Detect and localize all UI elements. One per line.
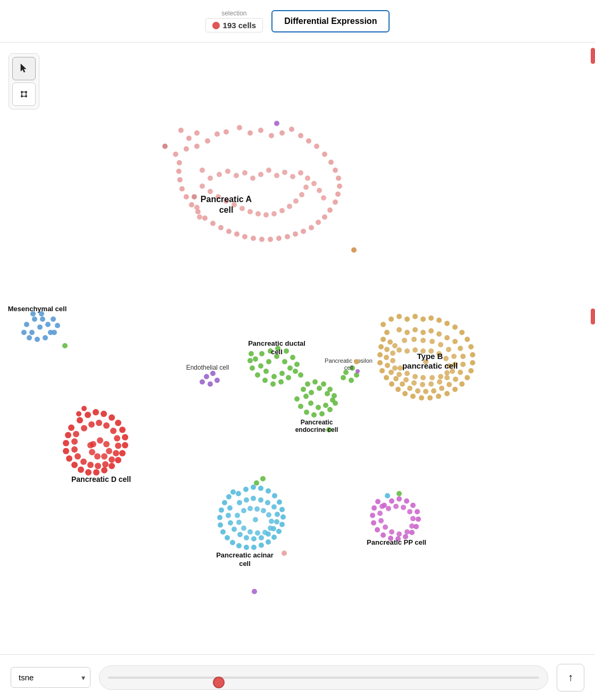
svg-point-236 [451, 354, 457, 359]
svg-point-317 [243, 487, 249, 492]
svg-point-394 [371, 505, 377, 511]
svg-point-361 [247, 506, 253, 511]
svg-point-245 [396, 372, 402, 377]
svg-point-397 [393, 504, 399, 509]
svg-point-356 [232, 527, 237, 532]
svg-point-163 [327, 407, 333, 412]
svg-point-267 [77, 417, 83, 423]
svg-point-312 [89, 449, 95, 455]
svg-point-73 [317, 188, 322, 193]
svg-point-68 [282, 170, 287, 175]
svg-point-362 [254, 506, 260, 512]
svg-point-278 [109, 463, 115, 469]
scatter-canvas[interactable]: Pancreatic A cell Mesenchymal cell [0, 43, 595, 654]
selection-count-box: 193 cells [205, 18, 263, 32]
svg-point-377 [252, 589, 257, 594]
svg-point-11 [162, 144, 168, 149]
svg-point-275 [122, 442, 128, 448]
svg-point-26 [314, 144, 319, 149]
svg-point-52 [189, 202, 194, 207]
svg-point-63 [242, 170, 247, 176]
svg-point-390 [381, 532, 386, 538]
svg-point-12 [173, 152, 178, 157]
svg-point-347 [271, 504, 277, 510]
svg-point-320 [266, 488, 271, 494]
size-slider-wrapper[interactable] [99, 665, 548, 690]
svg-point-371 [236, 520, 242, 525]
tsne-select-wrapper[interactable]: tsne umap pca ▾ [11, 667, 90, 688]
svg-point-334 [225, 535, 230, 540]
cluster-pancreatic-d: Pancreatic D cell [63, 406, 131, 484]
svg-point-326 [276, 529, 282, 534]
svg-point-313 [87, 442, 94, 448]
upload-button[interactable]: ↑ [557, 664, 584, 691]
svg-point-340 [226, 494, 232, 499]
cell-size-slider[interactable] [108, 677, 539, 679]
svg-point-261 [420, 375, 426, 380]
svg-point-405 [383, 524, 388, 530]
tsne-select[interactable]: tsne umap pca [11, 667, 90, 688]
svg-point-10 [194, 130, 200, 136]
scatter-plot[interactable]: Pancreatic A cell Mesenchymal cell [0, 43, 595, 654]
svg-point-230 [402, 338, 407, 343]
svg-point-32 [335, 191, 341, 197]
svg-point-315 [81, 406, 87, 411]
svg-point-243 [411, 380, 417, 386]
svg-point-96 [32, 316, 37, 322]
svg-point-182 [468, 344, 474, 349]
differential-expression-button[interactable]: Differential Expression [271, 10, 390, 32]
svg-point-346 [265, 500, 270, 505]
svg-point-114 [214, 378, 220, 383]
svg-point-31 [337, 184, 342, 189]
svg-point-86 [287, 204, 292, 209]
label-pancreatic-a-2: cell [219, 205, 234, 214]
svg-point-239 [444, 375, 450, 380]
svg-point-333 [230, 540, 235, 545]
svg-point-48 [218, 225, 224, 230]
svg-point-382 [410, 503, 416, 508]
label-acinar-2: cell [239, 560, 251, 568]
svg-point-173 [404, 316, 410, 322]
svg-point-248 [390, 351, 395, 356]
svg-point-64 [250, 176, 255, 181]
svg-point-65 [258, 172, 263, 177]
svg-point-140 [249, 351, 254, 356]
label-pancreatic-a: Pancreatic A [201, 195, 252, 204]
svg-point-160 [327, 387, 333, 392]
svg-point-197 [384, 375, 389, 380]
svg-point-80 [239, 206, 245, 211]
svg-point-46 [234, 231, 239, 237]
svg-point-327 [271, 535, 277, 540]
svg-point-157 [305, 381, 310, 387]
svg-point-227 [384, 355, 389, 360]
label-type-b-2: pancreatic cell [402, 361, 458, 370]
label-pancreatic-d: Pancreatic D cell [71, 475, 131, 484]
svg-point-321 [272, 493, 277, 498]
label-epsilon-2: cell [344, 364, 353, 371]
cluster-pancreatic-acinar: Pancreatic acinar cell [216, 476, 287, 594]
svg-point-299 [95, 463, 101, 469]
svg-point-286 [63, 440, 69, 446]
svg-point-183 [470, 352, 475, 357]
svg-point-220 [423, 389, 428, 394]
svg-point-19 [247, 130, 253, 136]
svg-point-372 [235, 513, 240, 518]
pointer-tool-button[interactable] [12, 57, 36, 80]
svg-point-316 [236, 491, 241, 496]
lasso-tool-button[interactable] [12, 82, 36, 106]
svg-point-187 [459, 381, 465, 387]
svg-point-34 [327, 207, 333, 213]
svg-point-406 [378, 518, 384, 523]
svg-point-42 [268, 237, 273, 242]
svg-point-272 [115, 420, 121, 426]
cluster-pancreatic-epsilon: Pancreatic epsilon cell [325, 357, 373, 383]
svg-point-123 [263, 369, 269, 374]
svg-point-309 [106, 448, 112, 454]
cluster-pancreatic-endocrine: Pancreatic endocrine cell [294, 379, 338, 434]
svg-point-115 [208, 381, 213, 387]
svg-point-75 [200, 184, 205, 189]
svg-point-145 [349, 378, 354, 383]
svg-point-364 [266, 512, 271, 518]
svg-point-290 [88, 421, 95, 428]
svg-point-57 [177, 160, 182, 165]
